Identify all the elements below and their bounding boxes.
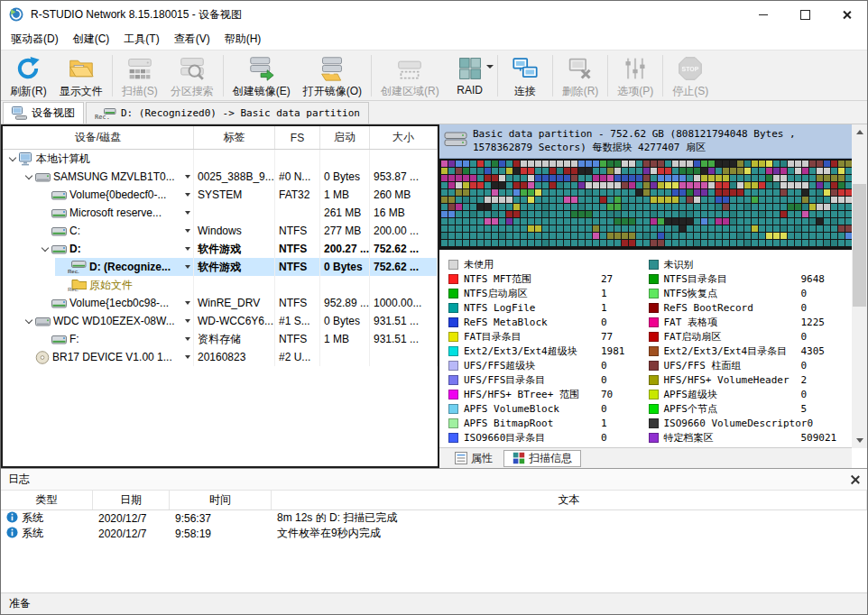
maximize-button[interactable] — [784, 1, 826, 28]
row-dropdown-arrow[interactable] — [185, 265, 190, 269]
tree-column-header[interactable]: 大小 — [370, 126, 438, 149]
log-row[interactable]: 系统2020/12/79:58:19文件枚举在9秒内完成 — [1, 526, 867, 541]
device-name-label: BR17 DEVICE V1.00 1... — [52, 351, 172, 363]
raid-button[interactable]: RAID — [446, 52, 494, 99]
scroll-thumb[interactable] — [853, 184, 866, 308]
scan-block — [499, 218, 505, 225]
menu-drives[interactable]: 驱动器(D) — [4, 28, 66, 50]
expand-chevron-icon[interactable] — [23, 168, 35, 186]
menu-help[interactable]: 帮助(H) — [217, 28, 269, 50]
tree-row-local-computer[interactable]: 本地计算机 — [3, 150, 438, 168]
row-dropdown-arrow[interactable] — [185, 319, 190, 323]
log-column-header[interactable]: 文本 — [272, 491, 867, 509]
create-region-button[interactable]: 创建区域(R) — [374, 52, 446, 99]
delete-button[interactable]: 删除(R) — [556, 52, 605, 99]
expand-chevron-icon[interactable] — [39, 240, 51, 258]
expand-chevron-icon[interactable] — [23, 312, 35, 330]
options-button[interactable]: 选项(P) — [611, 52, 660, 99]
tab-scan-info[interactable]: 扫描信息 — [503, 450, 581, 467]
tree-row-volume-0bedecf0[interactable]: Volume{0bedecf0-...SYSTEMFAT321 MB260 MB — [3, 186, 438, 204]
tab-properties[interactable]: 属性 — [447, 450, 501, 467]
scroll-up-arrow[interactable] — [852, 124, 867, 140]
tab-properties-label: 属性 — [471, 451, 493, 466]
scan-block — [456, 204, 462, 210]
scan-block — [838, 233, 845, 239]
tab-recognized-partition[interactable]: Rec.D: (Recognized0) -> Basic data parti… — [86, 102, 369, 124]
row-dropdown-arrow[interactable] — [185, 301, 190, 305]
log-close-button[interactable] — [849, 474, 860, 485]
scan-block — [564, 189, 570, 196]
scan-block — [564, 218, 570, 225]
tree-row-samsung-disk[interactable]: SAMSUNG MZVLB1T0...0025_388B_9...#0 N...… — [3, 168, 438, 186]
scan-block — [809, 240, 816, 246]
scan-block — [658, 225, 664, 232]
tree-column-header[interactable]: 启动 — [320, 126, 370, 149]
scan-block — [456, 225, 462, 232]
scan-block — [817, 168, 823, 174]
scroll-track[interactable] — [852, 140, 867, 433]
scan-block — [766, 225, 772, 232]
scan-block — [571, 197, 577, 203]
scroll-down-arrow[interactable] — [852, 433, 867, 448]
refresh-button[interactable]: 刷新(R) — [4, 52, 53, 99]
tree-row-br17-device[interactable]: BR17 DEVICE V1.00 1...20160823#2 U... — [3, 348, 438, 366]
scan-button[interactable]: 扫描(S) — [115, 52, 164, 99]
legend-count: 1981 — [601, 345, 649, 357]
chevron-spacer — [39, 294, 51, 312]
info-icon — [6, 527, 18, 541]
log-column-header[interactable]: 类型 — [1, 491, 93, 509]
partition-search-button[interactable]: 分区搜索 — [164, 52, 220, 99]
expand-chevron-icon[interactable] — [6, 150, 19, 168]
minimize-button[interactable] — [743, 1, 784, 28]
tree-row-microsoft-reserved[interactable]: Microsoft reserve...261 MB16 MB — [3, 204, 438, 222]
scan-block — [845, 161, 852, 167]
scan-block — [441, 233, 448, 239]
row-dropdown-arrow[interactable] — [185, 229, 190, 233]
tree-row-drive-f[interactable]: F:资料存储NTFS1 MB931.51 ... — [3, 330, 438, 348]
row-dropdown-arrow[interactable] — [185, 175, 190, 179]
close-button[interactable] — [826, 1, 867, 28]
create-image-button[interactable]: 创建镜像(E) — [226, 52, 297, 99]
cell-fs: NTFS — [275, 294, 320, 312]
tree-row-raw-files[interactable]: Rec.原始文件 — [3, 276, 438, 294]
menu-view[interactable]: 查看(V) — [167, 28, 217, 50]
stop-button[interactable]: STOP停止(S) — [666, 52, 715, 99]
scan-block — [614, 204, 621, 210]
menu-tools[interactable]: 工具(T) — [116, 28, 166, 50]
legend-item: HFS/HFS+ BTree+ 范围70 — [448, 387, 649, 401]
row-dropdown-arrow[interactable] — [185, 247, 190, 251]
tree-row-wdc-disk[interactable]: WDC WD10EZEX-08W...WD-WCC6Y6...#1 S...0 … — [3, 312, 438, 330]
dropdown-arrow-icon[interactable] — [486, 65, 494, 69]
scan-block — [463, 240, 469, 246]
scan-block — [737, 161, 743, 167]
caption-buttons — [743, 1, 867, 28]
connect-button[interactable]: 连接 — [501, 52, 549, 99]
tree-row-drive-c[interactable]: C:WindowsNTFS277 MB200.00 ... — [3, 222, 438, 240]
scan-block — [513, 233, 520, 239]
scan-block — [643, 211, 650, 217]
tab-device-view[interactable]: 设备视图 — [3, 102, 84, 124]
scan-blockmap[interactable] — [439, 159, 852, 250]
tree-row-drive-d-recognized[interactable]: Rec.D: (Recognize...软件游戏NTFS0 Bytes752.6… — [3, 258, 438, 276]
cell-label — [194, 276, 275, 294]
tree-row-volume-1ecb0c98[interactable]: Volume{1ecb0c98-...WinRE_DRVNTFS952.89 .… — [3, 294, 438, 312]
log-row[interactable]: 系统2020/12/79:56:378m 12s 的 D: 扫描已完成 — [1, 510, 867, 526]
log-column-header[interactable]: 日期 — [93, 491, 170, 509]
open-image-button[interactable]: 打开镜像(O) — [297, 52, 368, 99]
tree-column-header[interactable]: FS — [275, 126, 320, 149]
show-files-button[interactable]: 显示文件 — [53, 52, 109, 99]
row-dropdown-arrow[interactable] — [185, 355, 190, 359]
scan-block — [586, 182, 592, 188]
row-dropdown-arrow[interactable] — [185, 193, 190, 197]
scan-block — [629, 204, 635, 210]
scan-block — [629, 197, 635, 203]
row-dropdown-arrow[interactable] — [185, 211, 190, 215]
tree-column-header[interactable]: 标签 — [194, 126, 275, 149]
scan-block — [773, 197, 780, 203]
log-column-header[interactable]: 时间 — [170, 491, 272, 509]
row-dropdown-arrow[interactable] — [185, 337, 190, 341]
tree-column-header[interactable]: 设备/磁盘 — [3, 126, 194, 149]
scrollbar[interactable] — [852, 124, 867, 448]
tree-row-drive-d[interactable]: D:软件游戏NTFS200.27 ...752.62 ... — [3, 240, 438, 258]
menu-create[interactable]: 创建(C) — [66, 28, 117, 50]
